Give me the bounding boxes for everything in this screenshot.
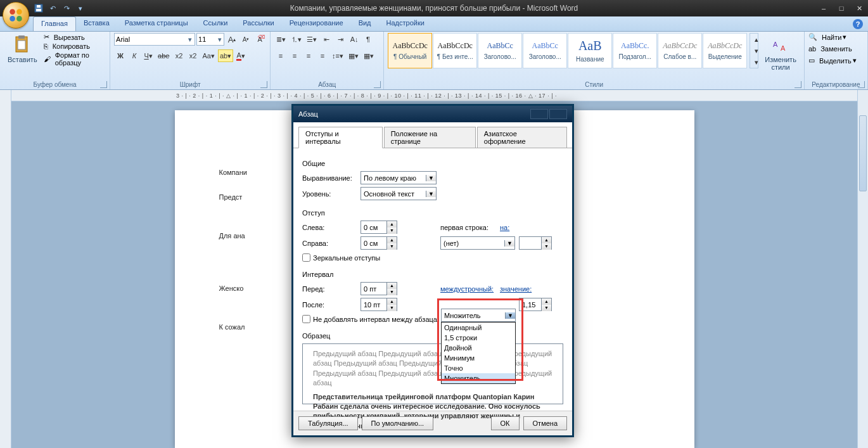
cut-button[interactable]: ✂ Вырезать bbox=[44, 33, 106, 41]
office-button[interactable] bbox=[3, 2, 29, 29]
change-case-button[interactable]: Aa▾ bbox=[200, 49, 216, 62]
titlebar: ↶ ↷ ▾ Компании, управляемые женщинами, п… bbox=[0, 0, 868, 16]
spacing-value-spin[interactable]: 1,15▲▼ bbox=[519, 298, 552, 311]
tab-references[interactable]: Ссылки bbox=[196, 16, 236, 31]
replace-button[interactable]: ab Заменить bbox=[808, 45, 864, 53]
indent-right-spin[interactable]: 0 см▲▼ bbox=[361, 236, 397, 250]
dropdown-option[interactable]: Точно bbox=[442, 363, 515, 373]
scrollbar-thumb[interactable] bbox=[859, 115, 867, 191]
find-button[interactable]: 🔍 Найти ▾ bbox=[808, 33, 864, 41]
first-line-combo[interactable]: (нет)▼ bbox=[440, 236, 515, 250]
show-marks-button[interactable]: ¶ bbox=[362, 33, 374, 46]
line-spacing-combo[interactable]: Множитель▼ bbox=[441, 309, 516, 322]
style-item[interactable]: AaBbCcDc¶ Обычный bbox=[388, 33, 432, 68]
tab-page-layout[interactable]: Разметка страницы bbox=[117, 16, 196, 31]
dropdown-option[interactable]: Множитель bbox=[442, 373, 515, 383]
clear-formatting-button[interactable]: A⌫ bbox=[253, 33, 266, 46]
undo-icon[interactable]: ↶ bbox=[47, 3, 58, 14]
grow-font-button[interactable]: A▴ bbox=[226, 33, 238, 46]
underline-button[interactable]: Ч ▾ bbox=[142, 49, 155, 62]
dont-add-space-check[interactable]: Не добавлять интервал между абзаца bbox=[302, 315, 563, 323]
first-line-on-spin[interactable]: ▲▼ bbox=[519, 236, 552, 250]
sort-button[interactable]: A↓ bbox=[348, 33, 361, 46]
alignment-combo[interactable]: По левому краю▼ bbox=[361, 171, 437, 184]
multilevel-button[interactable]: ☰▾ bbox=[305, 33, 319, 46]
minimize-button[interactable]: – bbox=[815, 3, 833, 14]
save-icon[interactable] bbox=[33, 3, 44, 14]
dialog-tab-indents[interactable]: Отступы и интервалы bbox=[298, 127, 383, 148]
shading-button[interactable]: ▦▾ bbox=[347, 49, 361, 62]
style-gallery[interactable]: AaBbCcDc¶ ОбычныйAaBbCcDc¶ Без инте...Aa… bbox=[388, 33, 747, 68]
style-item[interactable]: AaBНазвание bbox=[568, 33, 612, 68]
style-item[interactable]: AaBbCc.Подзагол... bbox=[613, 33, 657, 68]
group-font-label: Шрифт bbox=[114, 80, 266, 89]
style-item[interactable]: AaBbCcDcВыделение bbox=[703, 33, 747, 68]
tabs-button[interactable]: Табуляция... bbox=[298, 416, 358, 430]
dialog-minimize[interactable] bbox=[530, 109, 548, 119]
numbering-button[interactable]: ⒈▾ bbox=[289, 33, 303, 46]
font-size-combo[interactable]: ▾ bbox=[196, 33, 224, 46]
mirror-indents-check[interactable]: Зеркальные отступы bbox=[302, 253, 563, 262]
font-color-button[interactable]: A▾ bbox=[234, 49, 247, 62]
dropdown-option[interactable]: Одинарный bbox=[442, 323, 515, 333]
style-item[interactable]: AaBbCcЗаголово... bbox=[523, 33, 567, 68]
italic-button[interactable]: К bbox=[128, 49, 141, 62]
redo-icon[interactable]: ↷ bbox=[61, 3, 72, 14]
copy-button[interactable]: ⎘ Копировать bbox=[44, 42, 106, 50]
qat-dropdown-icon[interactable]: ▾ bbox=[75, 3, 86, 14]
format-painter-button[interactable]: 🖌 Формат по образцу bbox=[44, 51, 106, 67]
ok-button[interactable]: ОК bbox=[491, 416, 520, 430]
svg-text:A: A bbox=[773, 41, 778, 48]
line-spacing-button[interactable]: ↕≡▾ bbox=[330, 49, 345, 62]
dialog-title: Абзац bbox=[298, 110, 318, 118]
close-button[interactable]: ✕ bbox=[850, 3, 868, 14]
maximize-button[interactable]: □ bbox=[833, 3, 850, 14]
tab-addins[interactable]: Надстройки bbox=[379, 16, 432, 31]
change-styles-button[interactable]: AA Изменить стили bbox=[761, 33, 800, 72]
line-spacing-link[interactable]: междустрочный: bbox=[440, 285, 496, 293]
dropdown-option[interactable]: Двойной bbox=[442, 343, 515, 353]
vertical-scrollbar[interactable] bbox=[857, 90, 868, 448]
dialog-close[interactable] bbox=[549, 109, 567, 119]
spacing-before-spin[interactable]: 0 пт▲▼ bbox=[361, 282, 397, 295]
align-left-button[interactable]: ≡ bbox=[274, 49, 287, 62]
increase-indent-button[interactable]: ⇥ bbox=[334, 33, 347, 46]
tab-review[interactable]: Рецензирование bbox=[282, 16, 351, 31]
spacing-value-link[interactable]: значение: bbox=[500, 285, 534, 293]
highlight-button[interactable]: ab▾ bbox=[218, 49, 233, 62]
align-right-button[interactable]: ≡ bbox=[302, 49, 315, 62]
justify-button[interactable]: ≡ bbox=[316, 49, 329, 62]
style-item[interactable]: AaBbCcЗаголово... bbox=[478, 33, 522, 68]
superscript-button[interactable]: x2 bbox=[186, 49, 199, 62]
tab-mailings[interactable]: Рассылки bbox=[235, 16, 281, 31]
tab-home[interactable]: Главная bbox=[33, 16, 76, 31]
style-item[interactable]: AaBbCcDc¶ Без инте... bbox=[433, 33, 477, 68]
strike-button[interactable]: abe bbox=[156, 49, 171, 62]
borders-button[interactable]: ▦▾ bbox=[362, 49, 376, 62]
dropdown-option[interactable]: Минимум bbox=[442, 353, 515, 363]
indent-left-spin[interactable]: 0 см▲▼ bbox=[361, 221, 397, 234]
tab-view[interactable]: Вид bbox=[351, 16, 379, 31]
cancel-button[interactable]: Отмена bbox=[523, 416, 567, 430]
dropdown-option[interactable]: 1,5 строки bbox=[442, 333, 515, 343]
outline-level-combo[interactable]: Основной текст▼ bbox=[361, 187, 437, 200]
align-center-button[interactable]: ≡ bbox=[288, 49, 301, 62]
shrink-font-button[interactable]: A▾ bbox=[239, 33, 252, 46]
dialog-tab-position[interactable]: Положение на странице bbox=[384, 127, 476, 148]
select-button[interactable]: ▭ Выделить ▾ bbox=[808, 56, 864, 65]
default-button[interactable]: По умолчанию... bbox=[362, 416, 434, 430]
dialog-titlebar[interactable]: Абзац bbox=[293, 106, 572, 122]
line-spacing-dropdown[interactable]: Одинарный1,5 строкиДвойнойМинимумТочноМн… bbox=[441, 322, 516, 384]
tab-insert[interactable]: Вставка bbox=[76, 16, 117, 31]
style-item[interactable]: AaBbCcDcСлабое в... bbox=[658, 33, 702, 68]
dialog-tab-asian[interactable]: Азиатское оформление bbox=[477, 127, 567, 148]
font-name-combo[interactable]: ▾ bbox=[114, 33, 195, 46]
bullets-button[interactable]: ≣▾ bbox=[274, 33, 288, 46]
help-icon[interactable]: ? bbox=[853, 19, 863, 29]
subscript-button[interactable]: x2 bbox=[172, 49, 185, 62]
decrease-indent-button[interactable]: ⇤ bbox=[320, 33, 333, 46]
spacing-after-spin[interactable]: 10 пт▲▼ bbox=[361, 298, 397, 311]
paste-button[interactable]: Вставить bbox=[4, 33, 41, 65]
indent-on-link[interactable]: на: bbox=[500, 224, 525, 231]
bold-button[interactable]: Ж bbox=[114, 49, 127, 62]
